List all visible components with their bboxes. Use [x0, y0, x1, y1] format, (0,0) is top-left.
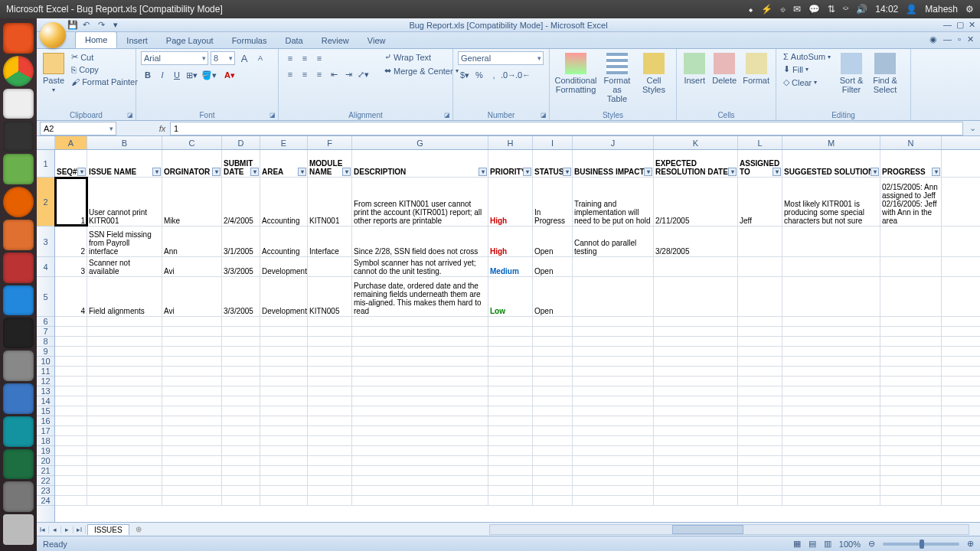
cell[interactable]: 2	[55, 227, 87, 256]
cell[interactable]	[162, 337, 222, 346]
conditional-formatting-button[interactable]: Conditional Formatting	[554, 51, 597, 120]
row-header[interactable]: 18	[37, 436, 54, 446]
cell[interactable]	[488, 386, 533, 396]
cell[interactable]	[782, 436, 880, 445]
cell[interactable]	[222, 367, 260, 376]
header-cell[interactable]: ORGINATOR▾	[162, 150, 222, 177]
cell[interactable]: 3/3/2005	[222, 277, 260, 316]
cell[interactable]	[162, 377, 222, 386]
cell[interactable]	[55, 426, 87, 435]
zoom-slider[interactable]	[883, 543, 959, 546]
row-header[interactable]: 10	[37, 357, 54, 367]
header-cell[interactable]: SUBMIT DATE▾	[222, 150, 260, 177]
cell[interactable]	[654, 436, 738, 445]
cell[interactable]	[308, 486, 352, 495]
cell[interactable]	[654, 377, 738, 386]
cell[interactable]	[782, 377, 880, 386]
cell[interactable]	[55, 466, 87, 475]
cell[interactable]	[738, 357, 782, 366]
cell[interactable]	[654, 257, 738, 276]
cell[interactable]	[880, 396, 942, 406]
cell[interactable]	[738, 446, 782, 455]
sort-filter-button[interactable]: Sort & Filter	[836, 51, 867, 120]
align-middle-button[interactable]: ≡	[298, 51, 312, 65]
cell[interactable]: 3/3/2005	[222, 257, 260, 276]
cell[interactable]: Interface	[308, 227, 352, 256]
cell[interactable]	[880, 277, 942, 316]
cell[interactable]	[880, 347, 942, 356]
cell[interactable]: KITN001	[308, 178, 352, 226]
cell[interactable]	[55, 446, 87, 455]
filter-dropdown[interactable]: ▾	[479, 168, 487, 176]
cell[interactable]	[222, 426, 260, 435]
cell[interactable]	[880, 386, 942, 396]
leaf-icon[interactable]	[3, 154, 34, 184]
cell[interactable]	[162, 466, 222, 475]
cell[interactable]	[87, 386, 162, 396]
cell[interactable]	[222, 327, 260, 336]
header-cell[interactable]: ISSUE NAME▾	[87, 150, 162, 177]
orientation-button[interactable]: ⤢▾	[356, 67, 370, 81]
cell[interactable]	[738, 277, 782, 316]
gedit-icon[interactable]	[3, 89, 34, 119]
cell[interactable]	[782, 466, 880, 475]
cell[interactable]	[162, 347, 222, 356]
cell[interactable]	[55, 456, 87, 465]
zoom-in-button[interactable]: ⊕	[967, 539, 974, 549]
cell[interactable]	[87, 327, 162, 336]
filter-dropdown[interactable]: ▾	[932, 168, 940, 176]
cell[interactable]	[782, 337, 880, 346]
cell[interactable]: Development	[260, 257, 308, 276]
cell[interactable]	[488, 416, 533, 425]
header-cell[interactable]: BUSINESS IMPACT▾	[573, 150, 654, 177]
minimize-ribbon-icon[interactable]: —	[943, 34, 952, 44]
cell[interactable]	[573, 386, 654, 396]
cell[interactable]	[352, 337, 488, 346]
cell[interactable]: SSN Field missing from Payroll interface	[87, 227, 162, 256]
cell[interactable]: Jeff	[738, 178, 782, 226]
cell[interactable]	[880, 257, 942, 276]
cell[interactable]	[87, 357, 162, 366]
cell[interactable]	[738, 436, 782, 445]
filter-dropdown[interactable]: ▾	[644, 168, 652, 176]
tab-formulas[interactable]: Formulas	[223, 33, 276, 48]
cell[interactable]: User cannot print KITR001	[87, 178, 162, 226]
cell[interactable]	[488, 377, 533, 386]
column-header-B[interactable]: B	[87, 136, 162, 149]
cell[interactable]	[488, 446, 533, 455]
align-right-button[interactable]: ≡	[312, 67, 326, 81]
column-header-I[interactable]: I	[533, 136, 573, 149]
cell[interactable]	[352, 416, 488, 425]
cell[interactable]	[488, 406, 533, 416]
cell[interactable]	[782, 426, 880, 435]
cell[interactable]: Development	[260, 277, 308, 316]
cell[interactable]	[782, 496, 880, 505]
cell[interactable]	[738, 347, 782, 356]
cell[interactable]: Open	[533, 257, 573, 276]
cell[interactable]	[782, 227, 880, 256]
cell[interactable]	[352, 396, 488, 406]
cell[interactable]	[782, 416, 880, 425]
header-cell[interactable]: DESCRIPTION▾	[352, 150, 488, 177]
cell[interactable]	[573, 377, 654, 386]
view-page-break-icon[interactable]: ▥	[824, 539, 831, 549]
comma-button[interactable]: ,	[487, 68, 501, 82]
cell[interactable]	[738, 426, 782, 435]
cell[interactable]	[222, 347, 260, 356]
row-header[interactable]: 5	[37, 277, 54, 317]
currency-button[interactable]: $▾	[458, 68, 472, 82]
cell[interactable]	[260, 476, 308, 485]
cell[interactable]: Cannot do parallel testing	[573, 227, 654, 256]
cell[interactable]	[87, 446, 162, 455]
header-cell[interactable]: PRIORITY▾	[488, 150, 533, 177]
cell[interactable]	[162, 426, 222, 435]
cell[interactable]: Mike	[162, 178, 222, 226]
cell[interactable]	[880, 367, 942, 376]
cell[interactable]	[260, 416, 308, 425]
cell[interactable]	[308, 337, 352, 346]
cell[interactable]	[222, 496, 260, 505]
cell[interactable]	[573, 416, 654, 425]
cell[interactable]: Accounting	[260, 178, 308, 226]
sheet-nav-first[interactable]: І◂	[37, 526, 49, 533]
cell[interactable]	[573, 337, 654, 346]
